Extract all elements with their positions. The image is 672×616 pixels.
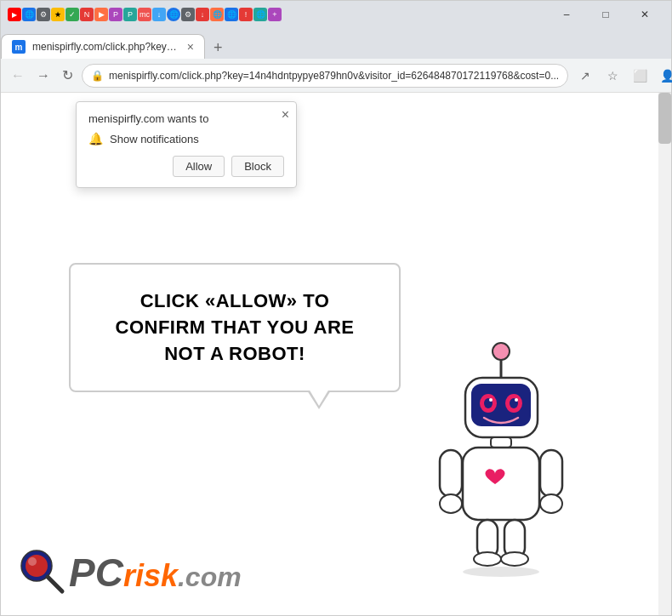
- address-text: menispirfly.com/click.php?key=14n4hdntpy…: [109, 70, 559, 82]
- svg-line-26: [48, 577, 62, 591]
- address-bar[interactable]: 🔒 menispirfly.com/click.php?key=14n4hdnt…: [82, 64, 568, 88]
- ext-icon-2[interactable]: ✓: [65, 8, 79, 21]
- ext-icon-12[interactable]: 🌐: [210, 8, 224, 21]
- ext-icon-15[interactable]: 🌐: [253, 8, 267, 21]
- tab-title: menispirfly.com/click.php?key=14n4h...: [32, 41, 180, 53]
- bubble-text: CLICK «ALLOW» TO CONFIRM THAT YOU ARE NO…: [116, 290, 355, 364]
- svg-point-24: [26, 555, 48, 577]
- svg-rect-13: [463, 448, 539, 520]
- globe-icon[interactable]: 🌐: [22, 8, 36, 21]
- pcrisk-logo-text: PCrisk.com: [69, 550, 242, 596]
- tabs-row: m menispirfly.com/click.php?key=14n4h...…: [1, 28, 671, 59]
- ext-icon-13[interactable]: 🌐: [225, 8, 238, 21]
- ext-icon-1[interactable]: ★: [51, 8, 65, 21]
- page-content: × menispirfly.com wants to 🔔 Show notifi…: [1, 93, 671, 615]
- minimize-button[interactable]: –: [547, 1, 586, 28]
- logo-container: PCrisk.com: [18, 547, 242, 598]
- toolbar: ← → ↻ 🔒 menispirfly.com/click.php?key=14…: [1, 59, 671, 93]
- ext-icon-10[interactable]: ⚙: [181, 8, 195, 21]
- allow-button[interactable]: Allow: [173, 156, 225, 177]
- ext-icon-3[interactable]: N: [80, 8, 94, 21]
- ext-icon-8[interactable]: ↓: [152, 8, 166, 21]
- ext-icon-5[interactable]: P: [109, 8, 122, 21]
- maximize-button[interactable]: □: [586, 1, 625, 28]
- robot-illustration: [416, 339, 586, 578]
- popup-close-button[interactable]: ×: [282, 107, 289, 123]
- svg-point-11: [515, 398, 518, 402]
- svg-point-22: [463, 567, 539, 577]
- back-button[interactable]: ←: [8, 64, 28, 88]
- forward-button[interactable]: →: [33, 64, 54, 88]
- chromecast-button[interactable]: ⬜: [628, 64, 652, 88]
- ext-icon-14[interactable]: !: [239, 8, 253, 21]
- settings-icon[interactable]: ⚙: [37, 8, 50, 21]
- chrome-top: ▶ 🌐 ⚙ ★ ✓ N: [1, 1, 671, 59]
- block-button[interactable]: Block: [231, 156, 284, 177]
- risk-text: risk: [123, 558, 178, 593]
- svg-point-3: [493, 343, 510, 360]
- scrollbar-thumb[interactable]: [658, 93, 671, 144]
- svg-rect-14: [440, 450, 462, 497]
- ext-icon-9[interactable]: 🌐: [167, 8, 180, 21]
- new-tab-button[interactable]: +: [208, 37, 228, 59]
- notification-label: Show notifications: [110, 133, 199, 145]
- popup-buttons: Allow Block: [88, 156, 284, 177]
- popup-notification-item: 🔔 Show notifications: [88, 132, 284, 145]
- ext-icon-7[interactable]: mc: [138, 8, 151, 21]
- svg-point-25: [28, 557, 37, 566]
- svg-point-21: [501, 552, 528, 566]
- share-button[interactable]: ↗: [573, 64, 597, 88]
- youtube-icon[interactable]: ▶: [8, 8, 21, 21]
- active-tab[interactable]: m menispirfly.com/click.php?key=14n4h...…: [1, 34, 205, 59]
- com-text: .com: [178, 562, 242, 592]
- tab-close-button[interactable]: ×: [187, 40, 194, 54]
- notification-popup: × menispirfly.com wants to 🔔 Show notifi…: [76, 101, 297, 188]
- robot-container: [416, 339, 603, 581]
- svg-rect-16: [540, 450, 562, 497]
- icon-bar: ▶ 🌐 ⚙ ★ ✓ N: [1, 1, 671, 28]
- toolbar-icons: ↗ ☆ ⬜ 👤 ⋮: [573, 64, 672, 88]
- svg-rect-12: [491, 437, 511, 448]
- ext-icon-11[interactable]: ↓: [196, 8, 209, 21]
- svg-text:m: m: [15, 43, 23, 52]
- tab-favicon: m: [12, 40, 26, 54]
- svg-point-19: [474, 552, 501, 566]
- speech-bubble: CLICK «ALLOW» TO CONFIRM THAT YOU ARE NO…: [69, 263, 401, 392]
- browser-window: ▶ 🌐 ⚙ ★ ✓ N: [0, 0, 672, 616]
- bell-icon: 🔔: [88, 132, 103, 145]
- ext-icon-4[interactable]: ▶: [94, 8, 108, 21]
- ext-icon-16[interactable]: +: [268, 8, 282, 21]
- scrollbar[interactable]: [658, 93, 671, 615]
- svg-point-15: [440, 494, 462, 513]
- window-controls: – □ ✕: [547, 1, 664, 28]
- profile-button[interactable]: 👤: [655, 64, 672, 88]
- pc-text: PC: [69, 550, 123, 595]
- lock-icon: 🔒: [91, 70, 104, 82]
- popup-title: menispirfly.com wants to: [88, 112, 284, 125]
- speech-bubble-container: CLICK «ALLOW» TO CONFIRM THAT YOU ARE NO…: [69, 263, 401, 392]
- svg-point-10: [489, 398, 493, 402]
- svg-point-17: [540, 494, 562, 513]
- extension-icons: ▶ 🌐 ⚙ ★ ✓ N: [8, 8, 282, 21]
- ext-icon-6[interactable]: P: [123, 8, 137, 21]
- close-button[interactable]: ✕: [625, 1, 664, 28]
- bookmark-button[interactable]: ☆: [601, 64, 624, 88]
- refresh-button[interactable]: ↻: [59, 64, 77, 88]
- pcrisk-logo-icon: [18, 547, 69, 598]
